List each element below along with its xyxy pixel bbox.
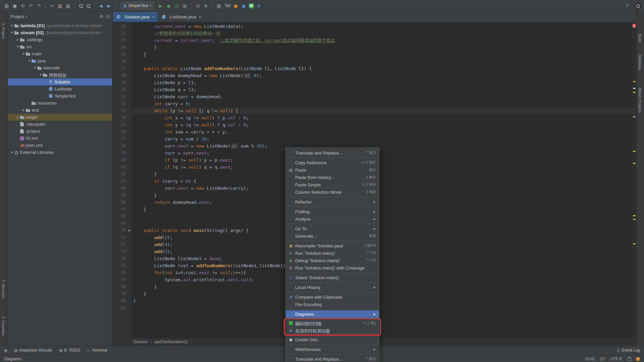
file-encoding[interactable]: UTF-8:: [610, 357, 623, 361]
menu-item[interactable]: WebServices▶: [286, 346, 379, 353]
tree-item[interactable]: ▶lambda [01]/java/learn/java-lambda-stre…: [8, 22, 112, 29]
project-panel-title[interactable]: Project: [10, 14, 24, 19]
tool-button-terminal[interactable]: ▭ Terminal: [87, 348, 107, 353]
collapse-all-icon[interactable]: ⊟: [106, 14, 109, 19]
tree-toggle-icon[interactable]: ▼: [15, 45, 20, 48]
run-icon[interactable]: ▶: [157, 3, 164, 8]
tree-toggle-icon[interactable]: ▶: [10, 151, 14, 154]
thread-dump-icon[interactable]: ≋: [203, 3, 209, 8]
tree-item[interactable]: ▶test: [8, 107, 112, 114]
browser-icon[interactable]: ●: [240, 3, 247, 8]
tree-item[interactable]: ▼stream [02]/java/learn/java-lambda-stre…: [8, 29, 112, 36]
menu-item[interactable]: Analyze▶: [286, 215, 379, 223]
paste-icon[interactable]: ▧: [65, 3, 71, 8]
code-line[interactable]: }: [133, 283, 636, 290]
code-line[interactable]: ListNode q = l2;: [133, 86, 636, 93]
coverage-icon[interactable]: ◎: [173, 3, 180, 8]
close-icon[interactable]: ×: [199, 14, 202, 19]
menu-item[interactable]: Refactor▶: [286, 198, 379, 205]
code-line[interactable]: current = current.next; //此步操作完成之后，curre…: [133, 37, 636, 44]
tree-item[interactable]: ▼main: [8, 50, 112, 57]
code-line[interactable]: ListNode p = l1;: [133, 79, 636, 86]
replace-icon[interactable]: [86, 3, 91, 8]
tree-toggle-icon[interactable]: ▼: [33, 66, 37, 69]
code-area[interactable]: current.next = new ListNode(data); //把链表…: [132, 22, 636, 338]
ide-status-icon[interactable]: [636, 357, 640, 361]
tree-toggle-icon[interactable]: ▼: [27, 59, 32, 62]
code-line[interactable]: public static void main(String[] args) {: [133, 227, 636, 234]
chevron-down-icon[interactable]: ▾: [25, 15, 27, 18]
tree-toggle-icon[interactable]: ▼: [21, 52, 26, 55]
code-line[interactable]: add(2);: [133, 234, 636, 241]
tool-button-maven-projects[interactable]: Maven Projects: [638, 87, 642, 113]
tree-item[interactable]: 02.iml: [8, 135, 112, 142]
tree-item[interactable]: .project: [8, 128, 112, 135]
run-line-icon[interactable]: ▶: [128, 227, 131, 234]
tree-item[interactable]: .classpath: [8, 121, 112, 128]
code-line[interactable]: [133, 220, 636, 227]
editor-tab[interactable]: CSolution.java×: [113, 12, 158, 22]
help-icon[interactable]: ?: [624, 3, 631, 8]
tree-item[interactable]: CSimpleTest: [8, 93, 112, 100]
stripe-mark[interactable]: [633, 92, 636, 93]
menu-item[interactable]: ▶Run 'Solution.main()'^⇧R: [286, 249, 379, 257]
tree-item[interactable]: ▶▥External Libraries: [8, 149, 112, 156]
tree-toggle-icon[interactable]: ▶: [15, 116, 20, 119]
code-line[interactable]: curr.next = new ListNode(x: sum % 10);: [133, 142, 636, 149]
code-line[interactable]: public static ListNode addTwoNumbers(Lis…: [133, 65, 636, 72]
tree-item[interactable]: CSolution: [8, 78, 112, 85]
save-all-icon[interactable]: ▣: [11, 3, 18, 8]
code-line[interactable]: if (q != null) q = q.next;: [133, 164, 636, 171]
cut-icon[interactable]: ✂: [49, 3, 55, 8]
debug-icon[interactable]: ◉: [165, 3, 172, 8]
code-line[interactable]: }: [133, 206, 636, 213]
tool-button-build[interactable]: Build: [638, 34, 642, 42]
tree-toggle-icon[interactable]: ▶: [15, 38, 20, 41]
find-icon[interactable]: [78, 3, 83, 8]
tail-icon[interactable]: ▤: [216, 3, 222, 8]
menu-item[interactable]: ▧Paste⌘V: [286, 166, 379, 174]
close-icon[interactable]: ×: [152, 14, 155, 19]
readonly-lock-icon[interactable]: [628, 358, 631, 361]
menu-item[interactable]: Column Selection Mode⇧⌘8: [286, 188, 379, 196]
code-line[interactable]: add(4);: [133, 241, 636, 248]
menu-item[interactable]: Local History▶: [286, 284, 379, 291]
code-line[interactable]: int y = (q != null) ? q.val : 0;: [133, 121, 636, 128]
menu-item[interactable]: 编码规约扫描⌥⇧⌘J: [286, 319, 379, 327]
tree-toggle-icon[interactable]: ▶: [21, 109, 26, 112]
code-line[interactable]: while (p != null || q != null) {: [133, 107, 636, 114]
menu-item[interactable]: Translate and Replace...^⌘O: [286, 149, 379, 157]
stripe-mark[interactable]: [633, 116, 636, 117]
code-line[interactable]: if (p != null) p = p.next;: [133, 157, 636, 164]
code-line[interactable]: }: [133, 290, 636, 297]
code-line[interactable]: }: [133, 44, 636, 51]
code-line[interactable]: [133, 58, 636, 65]
stripe-mark[interactable]: [633, 88, 636, 89]
code-line[interactable]: curr.next = new ListNode(carry);: [133, 185, 636, 192]
error-stripe[interactable]: 1: [632, 22, 636, 338]
undo-icon[interactable]: ↶: [28, 3, 34, 8]
tree-item[interactable]: mpom.xml: [8, 142, 112, 149]
tree-toggle-icon[interactable]: ▼: [38, 73, 43, 76]
caret-position[interactable]: 33:41: [585, 357, 595, 361]
menu-item[interactable]: Translate and Replace...^⌘O: [286, 355, 379, 362]
run-config-selector[interactable]: ▦SimpleTest▾: [121, 2, 154, 10]
menu-item[interactable]: ▢Select 'Solution.main()': [286, 274, 379, 281]
code-line[interactable]: //把链表的当前索引向后移动一位: [133, 30, 636, 37]
stripe-mark[interactable]: [633, 219, 636, 220]
menu-item[interactable]: ◉Debug 'Solution.main()'^⇧D: [286, 257, 379, 264]
search-everywhere-icon[interactable]: [634, 2, 641, 9]
menu-item[interactable]: ▣Recompile 'Solution.java'⇧⌘F9: [286, 242, 379, 249]
tree-item[interactable]: resources: [8, 100, 112, 107]
menu-item[interactable]: Generate...⌘N: [286, 232, 379, 240]
menu-item[interactable]: Copy Reference⌥⇧⌘C: [286, 159, 379, 166]
tree-item[interactable]: ▼src: [8, 43, 112, 50]
code-line[interactable]: add(3);: [133, 248, 636, 255]
code-line[interactable]: curr = curr.next;: [133, 149, 636, 157]
tool-button-favorites[interactable]: 2: Favorites: [1, 316, 5, 336]
profiler-icon[interactable]: ◷: [195, 3, 201, 8]
code-line[interactable]: for(int i=0;rust.next != null;i++){: [133, 269, 636, 276]
menu-item[interactable]: Go To▶: [286, 225, 379, 232]
code-line[interactable]: current.next = new ListNode(data);: [133, 23, 636, 30]
editor-tab[interactable]: CListNode.java×: [158, 12, 205, 22]
